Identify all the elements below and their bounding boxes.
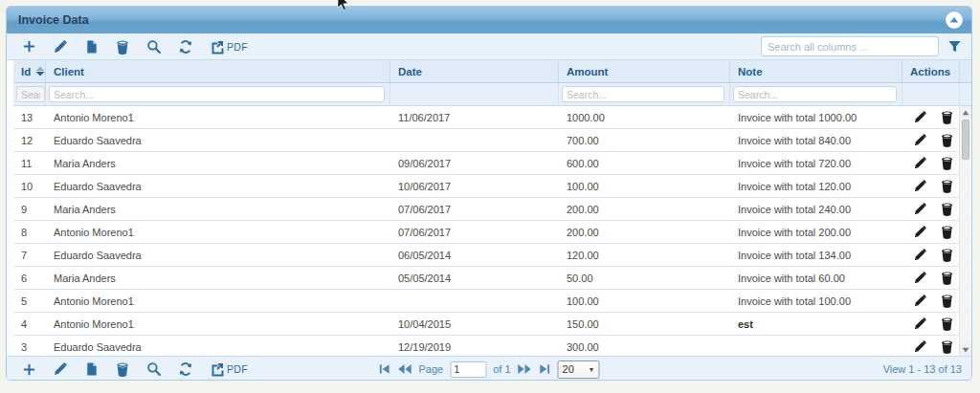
delete-row-button[interactable] (940, 339, 954, 354)
search-icon (146, 361, 162, 377)
table-row[interactable]: 12 Eduardo Saavedra 700.00 Invoice with … (13, 129, 971, 152)
scrollbar-thumb[interactable] (962, 120, 969, 160)
delete-row-button[interactable] (940, 225, 954, 239)
table-row[interactable]: 3 Eduardo Saavedra 12/19/2019 300.00 (13, 336, 971, 356)
last-page-button[interactable] (539, 363, 551, 375)
edit-row-button[interactable] (913, 225, 927, 239)
edit-row-button[interactable] (913, 202, 927, 216)
copy-record-button[interactable] (84, 39, 99, 55)
sort-icon[interactable] (35, 66, 45, 76)
cell-note (730, 336, 902, 356)
edit-row-button[interactable] (913, 294, 927, 308)
pager-search-records-button[interactable] (146, 361, 162, 377)
delete-row-button[interactable] (940, 248, 954, 262)
cell-amount: 100.00 (559, 175, 730, 197)
cell-note: Invoice with total 1000.00 (730, 106, 902, 128)
edit-row-button[interactable] (913, 248, 927, 262)
edit-row-button[interactable] (913, 156, 927, 170)
cell-id: 4 (13, 313, 46, 335)
edit-row-button[interactable] (913, 110, 927, 124)
cell-client: Maria Anders (46, 152, 390, 174)
column-header-row: Id Client Date Amount Note Actions (13, 60, 971, 83)
pager-add-record-button[interactable] (22, 362, 36, 377)
edit-row-icon (913, 156, 927, 170)
table-row[interactable]: 13 Antonio Moreno1 11/06/2017 1000.00 In… (13, 106, 971, 129)
cell-id: 9 (13, 198, 46, 220)
filter-id-input[interactable] (16, 86, 45, 102)
pager-export-pdf-button[interactable]: PDF (210, 361, 248, 377)
filter-date-cell (390, 83, 559, 106)
delete-row-button[interactable] (940, 271, 954, 285)
edit-row-button[interactable] (913, 133, 927, 147)
delete-row-button[interactable] (940, 202, 954, 216)
cell-actions (902, 221, 960, 243)
delete-row-button[interactable] (940, 133, 954, 147)
pager-copy-record-button[interactable] (84, 361, 99, 377)
table-row[interactable]: 10 Eduardo Saavedra 10/06/2017 100.00 In… (13, 175, 971, 198)
search-icon (146, 39, 162, 55)
refresh-button[interactable] (178, 39, 193, 55)
collapse-grid-button[interactable] (946, 11, 963, 29)
export-pdf-button[interactable]: PDF (210, 39, 248, 55)
filter-amount-input[interactable] (562, 86, 724, 102)
pager-refresh-button[interactable] (178, 361, 193, 377)
edit-record-button[interactable] (53, 39, 68, 55)
edit-icon (53, 39, 68, 55)
cell-actions (902, 267, 960, 289)
column-header-note[interactable]: Note (730, 60, 902, 83)
search-records-button[interactable] (146, 39, 162, 55)
delete-row-button[interactable] (940, 294, 954, 308)
column-header-client[interactable]: Client (46, 60, 390, 83)
table-row[interactable]: 9 Maria Anders 07/06/2017 200.00 Invoice… (13, 198, 971, 221)
pager-delete-record-button[interactable] (115, 361, 130, 377)
edit-row-icon (913, 248, 927, 262)
table-row[interactable]: 5 Antonio Moreno1 100.00 Invoice with to… (13, 290, 971, 313)
pdf-label: PDF (227, 363, 248, 375)
delete-row-button[interactable] (940, 317, 954, 331)
dropdown-caret-icon: ▼ (589, 366, 595, 373)
cell-actions (902, 175, 960, 197)
column-header-date[interactable]: Date (390, 60, 559, 83)
chevron-up-icon (949, 16, 959, 24)
cell-id: 8 (13, 221, 46, 243)
pdf-label: PDF (227, 41, 248, 53)
scroll-down-button[interactable] (960, 343, 971, 356)
pager-edit-record-button[interactable] (53, 361, 68, 377)
vertical-scrollbar[interactable] (959, 106, 970, 356)
next-page-button[interactable] (518, 363, 532, 375)
column-header-amount[interactable]: Amount (559, 60, 730, 83)
table-row[interactable]: 4 Antonio Moreno1 10/04/2015 150.00 est (13, 313, 971, 336)
scroll-up-button[interactable] (960, 106, 971, 119)
delete-row-button[interactable] (940, 110, 954, 124)
table-row[interactable]: 6 Maria Anders 05/05/2014 50.00 Invoice … (13, 267, 971, 290)
cell-client: Maria Anders (46, 198, 390, 220)
delete-record-button[interactable] (115, 39, 130, 55)
table-row[interactable]: 11 Maria Anders 09/06/2017 600.00 Invoic… (13, 152, 971, 175)
table-row[interactable]: 8 Antonio Moreno1 07/06/2017 200.00 Invo… (13, 221, 971, 244)
page-size-select[interactable]: 20 ▼ (558, 360, 600, 379)
filter-note-input[interactable] (733, 86, 897, 102)
toggle-filter-button[interactable] (947, 39, 962, 54)
delete-row-button[interactable] (940, 156, 954, 170)
cell-amount: 200.00 (559, 198, 730, 220)
add-record-button[interactable] (22, 39, 36, 54)
cell-note: Invoice with total 100.00 (730, 290, 902, 312)
filter-actions-cell (902, 83, 960, 106)
table-row[interactable]: 7 Eduardo Saavedra 06/05/2014 120.00 Inv… (13, 244, 971, 267)
cell-date: 05/05/2014 (390, 267, 559, 289)
first-page-button[interactable] (378, 363, 390, 375)
next-page-icon (518, 363, 532, 375)
edit-row-button[interactable] (913, 179, 927, 193)
search-all-columns-input[interactable] (761, 36, 939, 56)
edit-row-button[interactable] (913, 271, 927, 285)
edit-row-button[interactable] (913, 339, 927, 354)
cell-date (390, 290, 559, 312)
page-number-input[interactable] (450, 361, 486, 378)
edit-row-button[interactable] (913, 317, 927, 331)
cell-client: Eduardo Saavedra (46, 129, 390, 151)
column-header-id[interactable]: Id (13, 60, 46, 83)
prev-page-button[interactable] (397, 363, 412, 375)
filter-client-input[interactable] (49, 86, 385, 102)
prev-page-icon (397, 363, 412, 375)
delete-row-button[interactable] (940, 179, 954, 193)
